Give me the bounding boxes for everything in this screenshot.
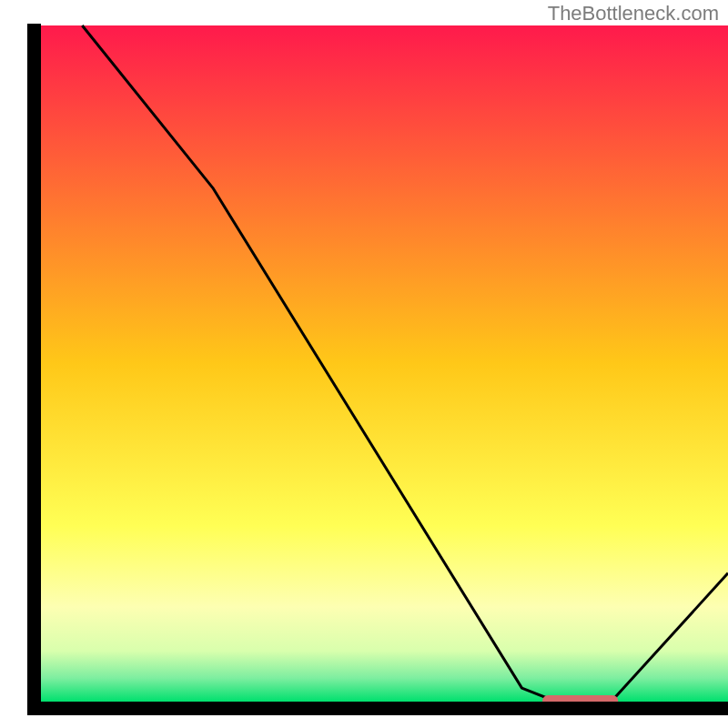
svg-rect-2 (27, 24, 41, 715)
chart-container: TheBottleneck.com (0, 0, 728, 728)
svg-rect-3 (27, 702, 728, 715)
svg-rect-0 (41, 25, 728, 702)
attribution-text: TheBottleneck.com (548, 2, 719, 25)
bottleneck-curve-chart (0, 0, 728, 728)
